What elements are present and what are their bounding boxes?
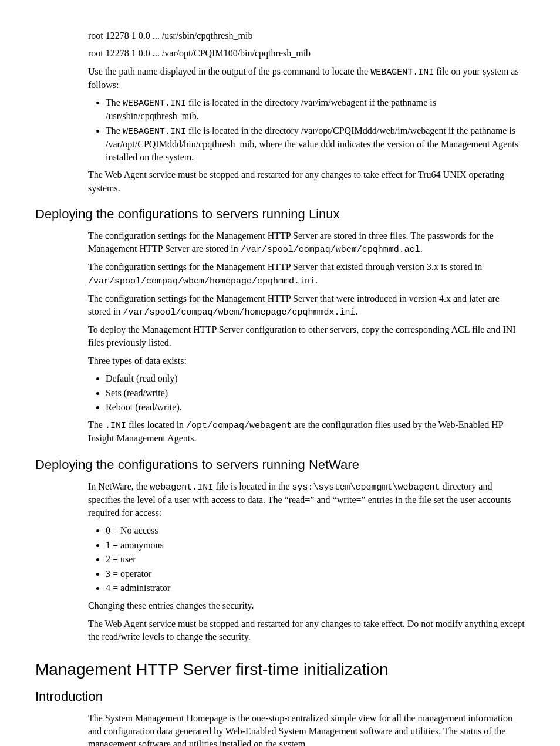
paragraph: The Web Agent service must be stopped an… <box>88 617 525 644</box>
list-item: Reboot (read/write). <box>106 401 525 414</box>
list-item: 2 = user <box>106 553 525 566</box>
access-levels-list: 0 = No access 1 = anonymous 2 = user 3 =… <box>88 524 525 595</box>
code-line-2: root 12278 1 0.0 ... /var/opt/CPQIM100/b… <box>88 47 525 60</box>
heading-deploy-netware: Deploying the configurations to servers … <box>35 456 525 474</box>
paragraph: The System Management Homepage is the on… <box>88 712 525 746</box>
list-item: The WEBAGENT.INI file is located in the … <box>106 124 525 164</box>
webagent-locations-list: The WEBAGENT.INI file is located in the … <box>88 96 525 164</box>
heading-mgmt-http-init: Management HTTP Server first-time initia… <box>35 658 525 681</box>
paragraph: Changing these entries changes the secur… <box>88 599 525 612</box>
list-item: 3 = operator <box>106 568 525 580</box>
list-item: Sets (read/write) <box>106 387 525 400</box>
paragraph-ps-command: Use the path name displayed in the outpu… <box>88 65 525 92</box>
paragraph: The configuration settings for the Manag… <box>88 292 525 319</box>
list-item: 1 = anonymous <box>106 539 525 552</box>
list-item: The WEBAGENT.INI file is located in the … <box>106 96 525 123</box>
code-line-1: root 12278 1 0.0 ... /usr/sbin/cpqthresh… <box>88 29 525 42</box>
paragraph: In NetWare, the webagent.INI file is loc… <box>88 480 525 520</box>
paragraph: The .INI files located in /opt/compaq/we… <box>88 418 525 445</box>
list-item: 0 = No access <box>106 524 525 537</box>
paragraph: Three types of data exists: <box>88 355 525 367</box>
paragraph-restart-tru64: The Web Agent service must be stopped an… <box>88 168 525 195</box>
paragraph: To deploy the Management HTTP Server con… <box>88 323 525 350</box>
data-types-list: Default (read only) Sets (read/write) Re… <box>88 372 525 414</box>
heading-introduction: Introduction <box>35 688 525 706</box>
paragraph: The configuration settings for the Manag… <box>88 261 525 287</box>
list-item: Default (read only) <box>106 372 525 385</box>
paragraph: The configuration settings for the Manag… <box>88 229 525 256</box>
list-item: 4 = administrator <box>106 582 525 595</box>
heading-deploy-linux: Deploying the configurations to servers … <box>35 205 525 224</box>
